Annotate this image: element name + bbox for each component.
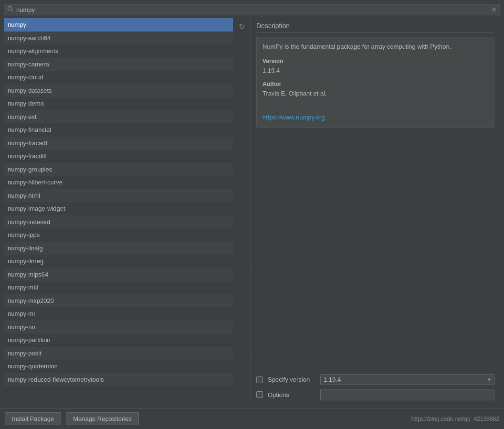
clear-icon[interactable]: ✕ (491, 6, 497, 13)
list-item[interactable]: numpy-ext (4, 110, 233, 124)
search-icon (7, 6, 13, 13)
description-box: NumPy is the fundamental package for arr… (256, 37, 494, 128)
options-checkbox[interactable] (256, 391, 263, 398)
list-item[interactable]: numpy-indexed (4, 215, 233, 229)
list-item[interactable]: numpy-alignments (4, 44, 233, 58)
middle-icon-area: ↻ (233, 18, 250, 404)
specify-version-checkbox[interactable] (256, 376, 263, 383)
options-area: Specify version 1.19.4 ▾ Options (256, 370, 494, 400)
version-value: 1.19.4 (262, 66, 488, 76)
refresh-icon[interactable]: ↻ (237, 20, 247, 33)
list-item[interactable]: numpy-groupies (4, 163, 233, 176)
main-container: ✕ numpynumpy-aarch64numpy-alignmentsnump… (0, 0, 504, 408)
author-value: Travis E. Oliphant et al. (262, 89, 488, 99)
list-item[interactable]: numpy-datasets (4, 84, 233, 97)
specify-version-row: Specify version 1.19.4 ▾ (256, 374, 494, 385)
list-item[interactable]: numpy-mkp2020 (4, 294, 233, 308)
list-item[interactable]: numpy-linalg (4, 242, 233, 255)
install-package-button[interactable]: Install Package (5, 412, 61, 425)
version-label: Version (262, 57, 488, 66)
options-row: Options (256, 389, 494, 400)
list-item[interactable]: numpy-fracdiff (4, 150, 233, 163)
list-item[interactable]: numpy-mkl (4, 281, 233, 294)
package-url-link[interactable]: https://www.numpy.org (262, 114, 325, 121)
list-item[interactable]: numpy-nn (4, 321, 233, 334)
description-spacer (256, 133, 494, 370)
list-item[interactable]: numpy-html (4, 189, 233, 203)
list-item[interactable]: numpy-posit (4, 347, 233, 360)
footer: Install Package Manage Repositories http… (0, 408, 504, 429)
list-item[interactable]: numpy-linreg (4, 255, 233, 268)
options-input[interactable] (320, 389, 494, 400)
search-input[interactable] (16, 6, 488, 13)
list-item[interactable]: numpy-ml (4, 307, 233, 321)
list-item[interactable]: numpy-demo (4, 97, 233, 110)
specify-version-label: Specify version (268, 376, 315, 383)
content-area: numpynumpy-aarch64numpy-alignmentsnumpy-… (4, 18, 500, 404)
version-select[interactable]: 1.19.4 ▾ (320, 374, 494, 385)
list-item[interactable]: numpy-camera (4, 58, 233, 71)
footer-url: https://blog.csdn.net/qq_42138662 (411, 416, 499, 422)
list-item[interactable]: numpy-fracadf (4, 137, 233, 150)
package-list[interactable]: numpynumpy-aarch64numpy-alignmentsnumpy-… (4, 18, 233, 404)
description-text: NumPy is the fundamental package for arr… (262, 42, 488, 52)
version-chevron-icon: ▾ (488, 376, 491, 383)
svg-line-1 (11, 10, 13, 11)
list-item[interactable]: numpy-aarch64 (4, 32, 233, 45)
list-item[interactable]: numpy-image-widget (4, 202, 233, 215)
svg-point-0 (8, 7, 12, 11)
list-item[interactable]: numpy-reduced-flowcytometrytools (4, 373, 233, 386)
right-panel: Description NumPy is the fundamental pac… (251, 18, 500, 404)
description-header: Description (256, 22, 494, 33)
list-item[interactable]: numpy-cloud (4, 71, 233, 84)
version-select-value: 1.19.4 (324, 376, 341, 383)
search-bar: ✕ (4, 4, 500, 15)
list-item[interactable]: numpy-quaternion (4, 360, 233, 373)
list-item[interactable]: numpy-mips64 (4, 268, 233, 281)
list-item[interactable]: numpy (4, 18, 233, 32)
author-label: Author (262, 80, 488, 89)
manage-repositories-button[interactable]: Manage Repositories (66, 412, 139, 425)
list-item[interactable]: numpy-partition (4, 333, 233, 347)
list-item[interactable]: numpy-financial (4, 123, 233, 137)
list-item[interactable]: numpy-hilbert-curve (4, 176, 233, 189)
options-label: Options (268, 391, 315, 398)
left-panel: numpynumpy-aarch64numpy-alignmentsnumpy-… (4, 18, 233, 404)
list-item[interactable]: numpy-ipps (4, 228, 233, 242)
